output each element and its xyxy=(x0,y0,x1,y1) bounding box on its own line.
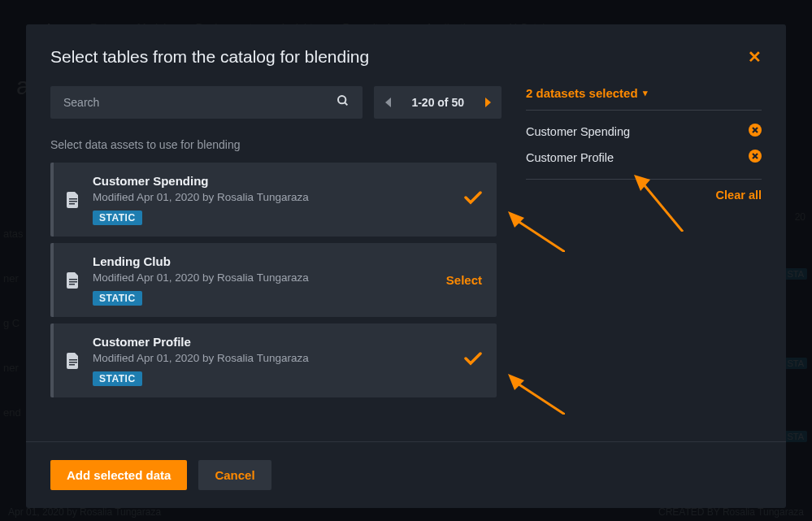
svg-rect-6 xyxy=(69,203,75,205)
selected-datasets-toggle[interactable]: 2 datasets selected ▾ xyxy=(526,86,648,110)
svg-rect-9 xyxy=(69,284,75,285)
check-icon xyxy=(464,190,482,208)
svg-rect-8 xyxy=(69,281,77,283)
close-icon[interactable]: ✕ xyxy=(748,47,762,67)
asset-select-link[interactable]: Select xyxy=(425,273,482,287)
asset-selected-check[interactable] xyxy=(425,190,482,209)
svg-rect-10 xyxy=(69,359,77,361)
asset-item[interactable]: Customer Spending Modified Apr 01, 2020 … xyxy=(50,163,497,237)
file-icon xyxy=(54,272,93,289)
svg-rect-5 xyxy=(69,201,77,202)
add-selected-data-button[interactable]: Add selected data xyxy=(50,460,187,490)
modal-footer: Add selected data Cancel xyxy=(26,441,786,508)
svg-rect-11 xyxy=(69,362,77,363)
pager-prev-icon[interactable] xyxy=(374,86,403,119)
remove-icon[interactable] xyxy=(749,150,762,166)
search-icon[interactable] xyxy=(337,94,350,111)
svg-line-1 xyxy=(345,102,347,105)
asset-item[interactable]: Customer Profile Modified Apr 01, 2020 b… xyxy=(50,323,497,397)
asset-meta: Modified Apr 01, 2020 by Rosalia Tungara… xyxy=(93,352,425,364)
svg-rect-7 xyxy=(69,279,77,280)
divider xyxy=(526,110,762,111)
select-tables-modal: Select tables from the catalog for blend… xyxy=(26,24,786,508)
search-box[interactable] xyxy=(50,86,363,119)
catalog-panel: 1-20 of 50 Select data assets to use for… xyxy=(50,86,502,432)
asset-name: Customer Profile xyxy=(93,335,425,349)
static-tag: STATIC xyxy=(93,291,142,306)
asset-meta: Modified Apr 01, 2020 by Rosalia Tungara… xyxy=(93,271,425,284)
svg-marker-2 xyxy=(385,98,391,107)
svg-point-0 xyxy=(338,96,345,103)
asset-selected-check[interactable] xyxy=(425,351,482,370)
clear-all-link[interactable]: Clear all xyxy=(716,189,762,202)
static-tag: STATIC xyxy=(93,211,142,225)
selected-item-name: Customer Spending xyxy=(526,125,630,138)
selected-panel: 2 datasets selected ▾ Customer Spending … xyxy=(526,86,762,432)
modal-title: Select tables from the catalog for blend… xyxy=(50,47,369,67)
selected-item: Customer Profile xyxy=(526,145,762,171)
search-input[interactable] xyxy=(63,96,337,109)
selected-item: Customer Spending xyxy=(526,119,762,145)
static-tag: STATIC xyxy=(93,371,142,386)
selected-item-name: Customer Profile xyxy=(526,151,614,164)
svg-rect-12 xyxy=(69,364,75,366)
file-icon xyxy=(54,353,93,369)
asset-meta: Modified Apr 01, 2020 by Rosalia Tungara… xyxy=(93,191,425,203)
chevron-down-icon: ▾ xyxy=(643,88,648,98)
svg-marker-3 xyxy=(485,98,491,107)
pager: 1-20 of 50 xyxy=(374,86,502,119)
asset-name: Lending Club xyxy=(93,254,425,268)
asset-name: Customer Spending xyxy=(93,174,425,188)
asset-item[interactable]: Lending Club Modified Apr 01, 2020 by Ro… xyxy=(50,243,497,317)
asset-list[interactable]: Customer Spending Modified Apr 01, 2020 … xyxy=(50,163,502,432)
pager-next-icon[interactable] xyxy=(472,86,502,119)
file-icon xyxy=(54,192,93,208)
cancel-button[interactable]: Cancel xyxy=(198,460,271,490)
remove-icon[interactable] xyxy=(749,124,762,140)
modal-header: Select tables from the catalog for blend… xyxy=(26,24,786,86)
svg-rect-4 xyxy=(69,198,77,200)
pager-text: 1-20 of 50 xyxy=(403,96,472,109)
check-icon xyxy=(464,351,482,369)
instruction-text: Select data assets to use for blending xyxy=(50,138,502,151)
